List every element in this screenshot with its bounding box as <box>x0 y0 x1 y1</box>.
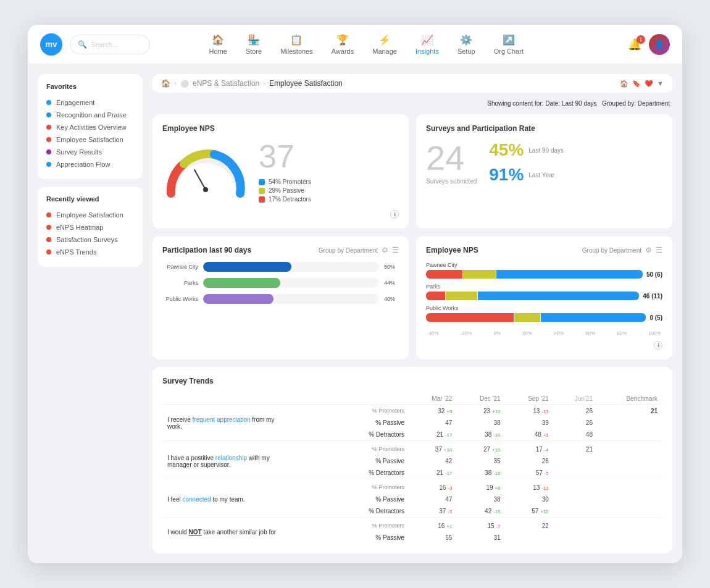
val-mar22-p4: 16 +1 <box>409 518 457 532</box>
highlight-connected: connected <box>182 496 211 503</box>
sidebar-label: Satisfaction Surveys <box>56 236 118 243</box>
search-box[interactable]: 🔍 Search... <box>70 35 150 54</box>
metric-label-passive-3: % Passive <box>286 494 409 505</box>
legend-detractors: 17% Detractors <box>259 196 311 203</box>
sidebar-item-appreciation-flow[interactable]: Appreciation Flow <box>46 158 134 170</box>
sidebar-recent-enps-trends[interactable]: eNPS Trends <box>46 246 134 258</box>
participation-header-right: Group by Department ⚙ ☰ <box>319 246 399 254</box>
enps-dept-settings-icon[interactable]: ⚙ <box>645 246 652 254</box>
bar-fill-parks <box>203 278 280 288</box>
top-navigation: mv 🔍 Search... 🏠 Home 🏪 Store 📋 Mileston… <box>28 25 682 64</box>
stacked-score-parks: 46 (11) <box>643 293 662 300</box>
breadcrumb-sep: › <box>174 79 177 88</box>
enps-dept-info-icon[interactable]: ℹ <box>654 341 662 350</box>
search-placeholder: Search... <box>91 41 118 48</box>
sidebar-item-keyactivities[interactable]: Key Activities Overview <box>46 121 134 133</box>
bar-track-pawneecity <box>203 262 379 272</box>
val-dec21-p4: 15 -7 <box>457 518 505 532</box>
enps-card-title: Employee NPS <box>162 124 399 133</box>
app-logo[interactable]: mv <box>40 33 62 56</box>
metric-label-promoters-4: % Promoters <box>286 518 409 532</box>
surveys-rates: 45% Last 90 days 91% Last Year <box>489 140 564 185</box>
enps-dept-list-icon[interactable]: ☰ <box>656 246 662 254</box>
breadcrumb-section[interactable]: eNPS & Satisfaction <box>193 79 259 88</box>
val-dec21-d3: 42 -15 <box>457 505 505 518</box>
breadcrumb: 🏠 › ⚪ eNPS & Satisfaction › Employee Sat… <box>152 74 672 93</box>
metric-label-detractors-1: % Detractors <box>286 429 409 441</box>
breadcrumb-filter-action[interactable]: ▼ <box>657 80 664 87</box>
sidebar-item-survey-results[interactable]: Survey Results <box>46 146 134 158</box>
milestones-icon: 📋 <box>290 34 303 46</box>
val-sep21-p2: 17 -4 <box>506 441 554 456</box>
nav-item-manage[interactable]: ⚡ Manage <box>364 30 406 59</box>
breadcrumb-home-action[interactable]: 🏠 <box>620 80 629 88</box>
awards-icon: 🏆 <box>336 34 349 46</box>
question-3: I feel connected to my team. <box>162 479 286 518</box>
val-sep21-p3: 13 -13 <box>506 479 554 494</box>
survey-trends-table: Mar '22 Dec '21 Sep '21 Jun'21 Benchmark <box>162 393 662 544</box>
filter-showing: Showing content for: <box>487 100 543 107</box>
question-4: I would NOT take another similar job for <box>162 518 286 544</box>
nav-item-home[interactable]: 🏠 Home <box>201 30 236 59</box>
breadcrumb-home[interactable]: 🏠 <box>161 79 170 88</box>
user-avatar[interactable]: 👤 <box>649 34 670 55</box>
sidebar: Favorites Engagement Recognition and Pra… <box>38 74 143 553</box>
filter-group-label: Grouped by: <box>602 100 636 107</box>
nav-label-awards: Awards <box>332 48 354 55</box>
bar-label-publicworks: Public Works <box>162 296 198 302</box>
enps-dept-chart: Pawnee City 50 (6) <box>426 262 662 336</box>
enps-content: 37 54% Promoters 29% Passive <box>162 140 399 203</box>
enps-dept-header-right: Group by Department ⚙ ☰ <box>582 246 662 254</box>
nav-label-manage: Manage <box>372 48 397 55</box>
legend-items: 54% Promoters 29% Passive 17% Detractors <box>259 178 311 203</box>
breadcrumb-heart-action[interactable]: ❤️ <box>645 80 653 88</box>
sidebar-item-engagement[interactable]: Engagement <box>46 96 134 109</box>
table-row: I would NOT take another similar job for… <box>162 518 662 532</box>
sidebar-item-recognition[interactable]: Recognition and Praise <box>46 109 134 121</box>
breadcrumb-actions: 🏠 🔖 ❤️ ▼ <box>620 80 664 88</box>
legend-passive: 29% Passive <box>259 187 311 194</box>
nav-items: 🏠 Home 🏪 Store 📋 Milestones 🏆 Awards ⚡ <box>201 30 532 59</box>
participation-title: Participation last 90 days <box>162 246 251 254</box>
participation-settings-icon[interactable]: ⚙ <box>382 246 388 254</box>
bar-row-parks: Parks 44% <box>162 278 399 288</box>
val-mar22-d2: 21 -17 <box>409 467 457 479</box>
sidebar-recent-employee-satisfaction[interactable]: Employee Satisfaction <box>46 209 134 221</box>
nav-item-store[interactable]: 🏪 Store <box>237 30 270 59</box>
val-mar22-d3: 37 -5 <box>409 505 457 518</box>
survey-trends-title: Survey Trends <box>162 377 662 385</box>
enps-score: 37 <box>259 140 311 172</box>
stacked-label-parks: Parks <box>426 284 662 290</box>
notification-bell[interactable]: 🔔1 <box>628 38 641 51</box>
enps-info-icon[interactable]: ℹ <box>390 210 399 219</box>
content-area: 🏠 › ⚪ eNPS & Satisfaction › Employee Sat… <box>152 74 672 553</box>
benchmark-pa4 <box>598 532 662 544</box>
stacked-bar-parks <box>426 292 639 300</box>
highlight-frequent-appreciation: frequent appreciation <box>193 416 251 423</box>
sidebar-recent-enps-heatmap[interactable]: eNPS Heatmap <box>46 221 134 233</box>
benchmark-d1 <box>598 429 662 441</box>
nav-item-setup[interactable]: ⚙️ Setup <box>449 30 484 59</box>
passive-label: 29% Passive <box>269 187 304 194</box>
nav-item-insights[interactable]: 📈 Insights <box>407 30 448 59</box>
bar-track-publicworks <box>203 294 379 304</box>
nav-item-awards[interactable]: 🏆 Awards <box>323 30 362 59</box>
rate-year-row: 91% Last Year <box>489 165 564 185</box>
val-jun21-d2 <box>554 467 598 479</box>
svg-line-0 <box>194 170 206 190</box>
nav-item-orgchart[interactable]: ↗️ Org Chart <box>485 30 532 59</box>
rate-90-label: Last 90 days <box>528 147 564 154</box>
sidebar-item-satisfaction[interactable]: Employee Satisfaction <box>46 133 134 146</box>
stacked-label-pawneecity: Pawnee City <box>426 262 662 268</box>
stacked-label-publicworks: Public Works <box>426 305 662 311</box>
promoters-label: 54% Promoters <box>269 178 311 185</box>
sidebar-recent-satisfaction-surveys[interactable]: Satisfaction Surveys <box>46 233 134 246</box>
sidebar-label: Appreciation Flow <box>56 161 110 168</box>
stacked-bar-pawneecity <box>426 270 643 279</box>
search-icon: 🔍 <box>78 40 87 49</box>
breadcrumb-bookmark-action[interactable]: 🔖 <box>632 80 641 88</box>
rate-90-row: 45% Last 90 days <box>489 140 564 160</box>
participation-list-icon[interactable]: ☰ <box>392 246 399 254</box>
highlight-not: NOT <box>188 529 201 536</box>
nav-item-milestones[interactable]: 📋 Milestones <box>272 30 322 59</box>
